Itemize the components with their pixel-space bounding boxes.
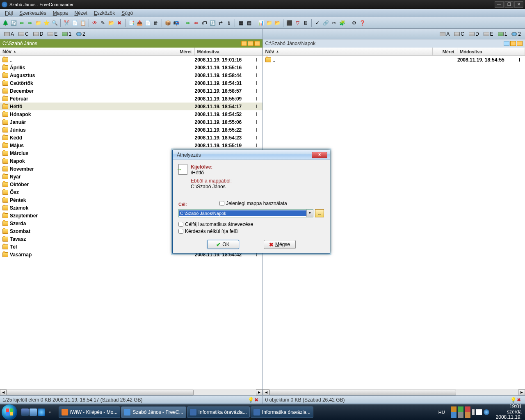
- drive-a-right[interactable]: A: [438, 30, 451, 38]
- tree-icon[interactable]: 🌲: [2, 19, 9, 27]
- back-icon[interactable]: ⬅: [18, 19, 25, 27]
- file-row[interactable]: Hétfő2008.11.19. 18:54:17I: [0, 103, 262, 110]
- tray-icon-2[interactable]: [458, 406, 463, 412]
- minimize-button[interactable]: —: [495, 1, 504, 8]
- move-icon[interactable]: 📤: [136, 19, 143, 27]
- file-row[interactable]: Január2008.11.19. 18:55:06I: [0, 118, 262, 126]
- cmd-icon[interactable]: ⬛: [285, 19, 293, 27]
- ok-button[interactable]: ✔OK: [207, 240, 239, 249]
- drive-d-right[interactable]: D: [467, 30, 481, 38]
- filter-clear-icon[interactable]: ✖: [254, 397, 260, 403]
- sync-icon[interactable]: 🔃: [209, 19, 216, 27]
- show-desktop-icon[interactable]: [21, 409, 29, 416]
- search-icon[interactable]: 🔍: [51, 19, 58, 27]
- menu-help[interactable]: Súgó: [118, 9, 136, 17]
- file-row[interactable]: ..2008.11.19. 19:01:16I: [0, 56, 262, 64]
- col-date-left[interactable]: Módosítva: [195, 48, 262, 55]
- col-size-left[interactable]: Méret: [170, 48, 195, 55]
- path-fav-icon[interactable]: [254, 41, 260, 46]
- ie-icon[interactable]: [38, 409, 45, 416]
- newfolder-icon[interactable]: 📂: [107, 19, 115, 27]
- up-icon[interactable]: 📁: [34, 19, 42, 27]
- filter-toggle-icon[interactable]: 💡: [248, 397, 253, 403]
- settings-icon[interactable]: ⚙: [350, 19, 358, 27]
- filter-icon[interactable]: ▽: [294, 19, 301, 27]
- file-row[interactable]: Augusztus2008.11.19. 18:58:44I: [0, 71, 262, 79]
- taskbar-item[interactable]: Szabó János - FreeC...: [121, 406, 186, 418]
- file-row[interactable]: Április2008.11.19. 18:55:16I: [0, 64, 262, 71]
- tray-icon-5[interactable]: [458, 412, 463, 418]
- tray-icon-1[interactable]: [451, 406, 457, 412]
- taskbar-item[interactable]: Informatika óravázla...: [187, 406, 250, 418]
- filter-toggle-icon-r[interactable]: 💡: [510, 397, 516, 403]
- use-current-checkbox[interactable]: Jelenlegi mappa használata: [219, 201, 287, 206]
- cut-icon[interactable]: ✂️: [63, 19, 70, 27]
- drive-ftp2-left[interactable]: 2: [74, 30, 87, 38]
- left-hscroll[interactable]: ◀ ▶: [0, 389, 262, 395]
- file-row[interactable]: Hónapok2008.11.19. 18:54:52I: [0, 110, 262, 118]
- screen-icon[interactable]: 🖥: [302, 19, 309, 27]
- path-lock-icon[interactable]: [504, 41, 509, 46]
- menu-edit[interactable]: Szerkesztés: [16, 9, 49, 17]
- dropdown-icon[interactable]: ▼: [306, 210, 313, 217]
- sel2-icon[interactable]: ⬅: [192, 19, 200, 27]
- mode2-icon[interactable]: ▤: [245, 19, 253, 27]
- left-path-bar[interactable]: C:\Szabó János: [0, 39, 262, 48]
- right-path-bar[interactable]: C:\Szabó János\Napok: [263, 39, 525, 48]
- tray-expand-icon[interactable]: ‹: [472, 409, 475, 415]
- checksum-icon[interactable]: ✓: [314, 19, 321, 27]
- link-icon[interactable]: 🔗: [322, 19, 329, 27]
- drive-ftp2-right[interactable]: 2: [510, 30, 523, 38]
- file-row[interactable]: Május2008.11.19. 18:55:19I: [0, 142, 262, 149]
- star-icon[interactable]: ⭐: [43, 19, 50, 27]
- edit-icon[interactable]: ✎: [99, 19, 107, 27]
- path-history-icon[interactable]: [248, 41, 253, 46]
- drive-e-left[interactable]: E: [46, 30, 59, 38]
- size-icon[interactable]: 📊: [257, 19, 265, 27]
- tray-icon-4[interactable]: [451, 412, 457, 418]
- delete-icon[interactable]: ✖: [116, 19, 123, 27]
- drive-c-right[interactable]: C: [452, 30, 466, 38]
- network-icon[interactable]: [484, 409, 489, 415]
- refresh-icon[interactable]: 🔄: [10, 19, 17, 27]
- path-newfolder-icon[interactable]: [241, 41, 247, 46]
- split-icon[interactable]: ✂: [330, 19, 338, 27]
- right-hscroll[interactable]: ◀ ▶: [263, 389, 525, 395]
- filter-clear-icon-r[interactable]: ✖: [517, 397, 523, 403]
- menu-file[interactable]: Fájl: [2, 9, 16, 17]
- help-icon[interactable]: ❓: [358, 19, 366, 27]
- col-size-right[interactable]: Méret: [433, 48, 457, 55]
- file-row[interactable]: December2008.11.19. 18:58:57I: [0, 87, 262, 95]
- col-name-right[interactable]: Név▲: [263, 48, 433, 55]
- file-row[interactable]: Csütörtök2008.11.19. 18:54:31I: [0, 79, 262, 87]
- drive-c-left[interactable]: C: [17, 30, 30, 38]
- copy-icon[interactable]: 📄: [71, 19, 78, 27]
- pack-icon[interactable]: 📦: [164, 19, 171, 27]
- volume-icon[interactable]: [476, 409, 482, 415]
- auto-rename-checkbox[interactable]: Célfájl automatikus átnevezése: [178, 221, 324, 227]
- menu-view[interactable]: Nézet: [71, 9, 90, 17]
- drive-net1-left[interactable]: 1: [60, 30, 73, 38]
- rename-icon[interactable]: 🏷: [201, 19, 208, 27]
- taskbar-item[interactable]: Informatika óravázla...: [251, 406, 313, 418]
- wipe-icon[interactable]: 🗑: [152, 19, 160, 27]
- close-button[interactable]: ✕: [514, 1, 523, 8]
- dialog-close-button[interactable]: X: [312, 152, 327, 158]
- view-icon[interactable]: 👁: [91, 19, 98, 27]
- file-row[interactable]: Kedd2008.11.19. 18:54:23I: [0, 134, 262, 142]
- maximize-button[interactable]: ❐: [504, 1, 514, 8]
- newfile-icon[interactable]: 📄: [144, 19, 151, 27]
- taskbar-item[interactable]: iWiW - Kilépés - Mo...: [59, 406, 120, 418]
- tray-icon-3[interactable]: [465, 406, 470, 412]
- sel-icon[interactable]: ➡: [184, 19, 192, 27]
- col-name-left[interactable]: Név▲: [0, 48, 170, 55]
- switch-windows-icon[interactable]: [30, 409, 37, 416]
- join-icon[interactable]: 🧩: [338, 19, 346, 27]
- overwrite-checkbox[interactable]: Kérdezés nélkül írja felül: [178, 228, 324, 234]
- forward-icon[interactable]: ➡: [26, 19, 34, 27]
- path-fav-icon-r[interactable]: [517, 41, 523, 46]
- ql-expand-icon[interactable]: »: [46, 409, 53, 416]
- browse-button[interactable]: ...: [315, 209, 324, 217]
- drive-a-left[interactable]: A: [2, 30, 16, 38]
- start-button[interactable]: [2, 404, 17, 420]
